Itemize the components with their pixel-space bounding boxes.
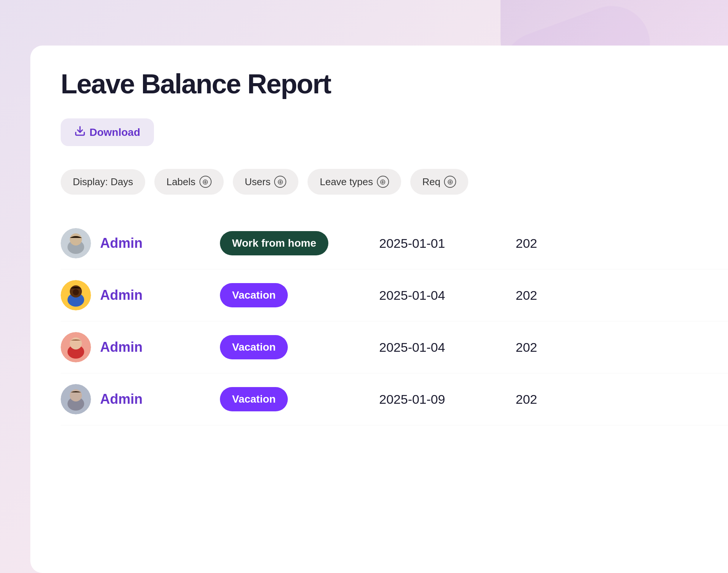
- filter-leave-types-label: Leave types: [320, 176, 373, 188]
- main-card: Leave Balance Report Download Display: D…: [30, 46, 728, 573]
- filters-row: Display: Days Labels ⊕ Users ⊕ Leave typ…: [61, 169, 728, 195]
- user-name-1: Admin: [100, 235, 143, 251]
- date-start-4: 2025-01-09: [379, 392, 500, 407]
- table-row: Admin Vacation 2025-01-09 202: [61, 373, 728, 425]
- svg-point-3: [70, 233, 82, 246]
- svg-point-13: [70, 389, 82, 401]
- table-area: Admin Work from home 2025-01-01 202 Admi…: [61, 217, 728, 425]
- filter-leave-types[interactable]: Leave types ⊕: [308, 169, 401, 195]
- user-cell-2: Admin: [61, 280, 205, 310]
- filter-request[interactable]: Req ⊕: [410, 169, 469, 195]
- table-row: Admin Work from home 2025-01-01 202: [61, 217, 728, 269]
- avatar-4: [61, 384, 91, 414]
- date-start-3: 2025-01-04: [379, 340, 500, 355]
- date-start-2: 2025-01-04: [379, 288, 500, 303]
- user-cell-1: Admin: [61, 228, 205, 258]
- user-name-4: Admin: [100, 391, 143, 407]
- avatar-3: [61, 332, 91, 362]
- user-cell-3: Admin: [61, 332, 205, 362]
- user-cell-4: Admin: [61, 384, 205, 414]
- date-end-3: 202: [516, 340, 592, 355]
- leave-badge-1: Work from home: [220, 231, 328, 255]
- download-icon: [74, 125, 86, 139]
- avatar-2: [61, 280, 91, 310]
- date-end-1: 202: [516, 236, 592, 251]
- leave-badge-4: Vacation: [220, 387, 288, 411]
- users-plus-icon: ⊕: [274, 176, 286, 188]
- date-end-4: 202: [516, 392, 592, 407]
- leave-badge-2: Vacation: [220, 283, 288, 307]
- download-button[interactable]: Download: [61, 118, 154, 146]
- svg-point-10: [70, 337, 82, 349]
- leave-types-plus-icon: ⊕: [377, 176, 389, 188]
- avatar-1: [61, 228, 91, 258]
- labels-plus-icon: ⊕: [199, 176, 212, 188]
- leave-badge-3: Vacation: [220, 335, 288, 359]
- leave-type-cell-2: Vacation: [220, 283, 364, 307]
- page-title: Leave Balance Report: [61, 68, 728, 99]
- svg-point-7: [73, 289, 79, 295]
- filter-labels[interactable]: Labels ⊕: [154, 169, 224, 195]
- filter-display[interactable]: Display: Days: [61, 169, 145, 195]
- user-name-2: Admin: [100, 287, 143, 303]
- table-row: Admin Vacation 2025-01-04 202: [61, 321, 728, 373]
- filter-users[interactable]: Users ⊕: [233, 169, 299, 195]
- leave-type-cell-4: Vacation: [220, 387, 364, 411]
- date-start-1: 2025-01-01: [379, 236, 500, 251]
- filter-labels-label: Labels: [166, 176, 196, 188]
- leave-type-cell-1: Work from home: [220, 231, 364, 255]
- filter-request-label: Req: [422, 176, 441, 188]
- leave-type-cell-3: Vacation: [220, 335, 364, 359]
- date-end-2: 202: [516, 288, 592, 303]
- filter-display-label: Display: Days: [73, 176, 133, 188]
- request-plus-icon: ⊕: [444, 176, 456, 188]
- download-label: Download: [89, 126, 140, 139]
- filter-users-label: Users: [245, 176, 271, 188]
- table-row: Admin Vacation 2025-01-04 202: [61, 269, 728, 321]
- user-name-3: Admin: [100, 339, 143, 355]
